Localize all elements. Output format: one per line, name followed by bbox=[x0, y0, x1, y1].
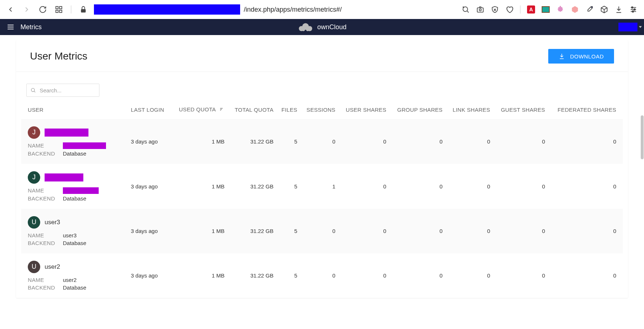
sort-desc-icon bbox=[219, 107, 224, 113]
cell-used-quota: 1 MB bbox=[171, 209, 228, 253]
cell-sessions: 0 bbox=[300, 119, 338, 164]
shield-x-icon[interactable] bbox=[491, 5, 499, 14]
cell-total-quota: 31.22 GB bbox=[227, 164, 276, 209]
download-button[interactable]: DOWNLOAD bbox=[548, 49, 614, 64]
meta-label-name: NAME bbox=[28, 187, 59, 194]
svg-rect-18 bbox=[632, 11, 633, 12]
table-row[interactable]: Uuser2NAMEuser2BACKENDDatabase3 days ago… bbox=[21, 253, 623, 298]
avatar: J bbox=[28, 171, 40, 184]
cell-last-login: 3 days ago bbox=[128, 209, 171, 253]
meta-label-name: NAME bbox=[28, 277, 59, 283]
scrollbar-thumb[interactable] bbox=[641, 115, 644, 159]
apps-grid-icon[interactable] bbox=[55, 5, 63, 14]
svg-point-26 bbox=[306, 28, 309, 31]
col-link-shares[interactable]: LINK SHARES bbox=[446, 102, 493, 119]
col-total-quota[interactable]: TOTAL QUOTA bbox=[227, 102, 276, 119]
user-menu-button[interactable] bbox=[618, 23, 637, 31]
avatar: U bbox=[28, 216, 40, 229]
angular-ext-icon[interactable]: A bbox=[527, 5, 535, 14]
cell-link-shares: 0 bbox=[446, 209, 493, 253]
svg-rect-3 bbox=[60, 10, 62, 12]
search-ext-icon[interactable] bbox=[462, 5, 470, 14]
package-icon[interactable] bbox=[600, 5, 608, 14]
col-federated-shares[interactable]: FEDERATED SHARES bbox=[548, 102, 623, 119]
address-bar[interactable]: /index.php/apps/metrics/metrics#/ bbox=[94, 4, 342, 15]
cell-last-login: 3 days ago bbox=[128, 164, 171, 209]
table-row[interactable]: JNAMEBACKENDDatabase3 days ago1 MB31.22 … bbox=[21, 119, 623, 164]
table-row[interactable]: JNAMEBACKENDDatabase3 days ago1 MB31.22 … bbox=[21, 164, 623, 209]
settings-sliders-icon[interactable] bbox=[629, 5, 637, 14]
col-last-login[interactable]: LAST LOGIN bbox=[128, 102, 171, 119]
user-display-name: user2 bbox=[45, 263, 60, 271]
meta-name-redacted bbox=[63, 142, 106, 149]
back-icon[interactable] bbox=[7, 5, 15, 14]
col-files[interactable]: FILES bbox=[276, 102, 300, 119]
svg-point-7 bbox=[463, 7, 464, 8]
svg-line-6 bbox=[467, 11, 469, 12]
col-user[interactable]: USER bbox=[21, 102, 128, 119]
cell-user-shares: 0 bbox=[338, 164, 389, 209]
metrics-card: User Metrics DOWNLOAD USER LAST LOGIN US… bbox=[16, 40, 628, 298]
cell-total-quota: 31.22 GB bbox=[227, 209, 276, 253]
cell-files: 5 bbox=[276, 209, 300, 253]
svg-rect-2 bbox=[56, 10, 58, 12]
search-input[interactable] bbox=[39, 87, 95, 93]
avatar: U bbox=[28, 261, 40, 273]
cell-group-shares: 0 bbox=[389, 164, 446, 209]
cell-link-shares: 0 bbox=[446, 253, 493, 298]
search-input-wrap[interactable] bbox=[26, 84, 99, 97]
browser-right-icons: A bbox=[462, 5, 637, 14]
col-user-shares[interactable]: USER SHARES bbox=[338, 102, 389, 119]
cell-files: 5 bbox=[276, 253, 300, 298]
brand[interactable]: ownCloud bbox=[298, 22, 346, 32]
cell-sessions: 1 bbox=[300, 164, 338, 209]
cell-files: 5 bbox=[276, 164, 300, 209]
brand-text: ownCloud bbox=[317, 23, 346, 31]
heart-icon[interactable] bbox=[505, 5, 514, 14]
svg-point-25 bbox=[302, 28, 305, 31]
cell-group-shares: 0 bbox=[389, 253, 446, 298]
col-guest-shares[interactable]: GUEST SHARES bbox=[493, 102, 548, 119]
download-label: DOWNLOAD bbox=[570, 53, 604, 60]
cube-ext-icon[interactable] bbox=[571, 5, 579, 14]
table-row[interactable]: Uuser3NAMEuser3BACKENDDatabase3 days ago… bbox=[21, 209, 623, 253]
owncloud-logo-icon bbox=[298, 22, 314, 32]
menu-icon[interactable] bbox=[7, 23, 15, 31]
svg-rect-1 bbox=[60, 7, 62, 9]
cell-federated-shares: 0 bbox=[548, 253, 623, 298]
toolbar-divider bbox=[520, 5, 520, 14]
col-group-shares[interactable]: GROUP SHARES bbox=[389, 102, 446, 119]
meta-label-name: NAME bbox=[28, 142, 59, 149]
eyedropper-icon[interactable] bbox=[586, 5, 594, 14]
meta-backend-value: Database bbox=[63, 284, 125, 291]
teal-ext-icon[interactable] bbox=[542, 6, 550, 13]
puzzle-ext-icon[interactable] bbox=[556, 5, 564, 14]
nav-buttons bbox=[7, 5, 87, 14]
toolbar-divider bbox=[71, 5, 71, 14]
meta-backend-value: Database bbox=[63, 195, 125, 202]
svg-point-27 bbox=[31, 88, 35, 92]
svg-line-28 bbox=[34, 91, 35, 92]
cell-guest-shares: 0 bbox=[493, 119, 548, 164]
cell-federated-shares: 0 bbox=[548, 209, 623, 253]
cell-guest-shares: 0 bbox=[493, 253, 548, 298]
cell-federated-shares: 0 bbox=[548, 164, 623, 209]
col-sessions[interactable]: SESSIONS bbox=[300, 102, 338, 119]
user-display-redacted bbox=[45, 129, 88, 137]
avatar: J bbox=[28, 126, 40, 139]
meta-name-value: user2 bbox=[63, 277, 125, 283]
cell-guest-shares: 0 bbox=[493, 164, 548, 209]
user-display-redacted bbox=[45, 173, 83, 181]
forward-icon[interactable] bbox=[23, 5, 31, 14]
col-used-quota[interactable]: USED QUOTA bbox=[171, 102, 228, 119]
lock-icon[interactable] bbox=[79, 5, 87, 14]
meta-label-backend: BACKEND bbox=[28, 240, 59, 246]
camera-icon[interactable] bbox=[476, 5, 484, 14]
metrics-table: USER LAST LOGIN USED QUOTA TOTAL QUOTA F… bbox=[21, 102, 623, 298]
scrollbar[interactable] bbox=[640, 35, 644, 329]
cell-total-quota: 31.22 GB bbox=[227, 119, 276, 164]
meta-backend-value: Database bbox=[63, 240, 125, 246]
download-icon[interactable] bbox=[615, 5, 623, 14]
reload-icon[interactable] bbox=[39, 5, 47, 14]
browser-toolbar: /index.php/apps/metrics/metrics#/ A bbox=[0, 0, 644, 19]
